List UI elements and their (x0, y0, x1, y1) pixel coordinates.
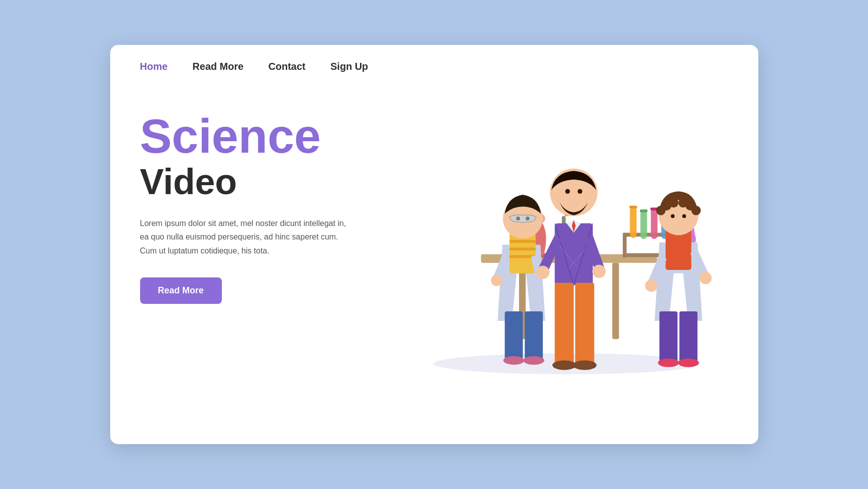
tube-3 (651, 209, 657, 239)
table-leg-right (612, 263, 619, 339)
right-kid-eye-left (671, 214, 675, 218)
teacher-shoe-left (552, 360, 576, 370)
right-kid-pants-right (679, 311, 697, 361)
nav-read-more[interactable]: Read More (192, 61, 243, 72)
right-kid-eye-right (682, 214, 686, 218)
hero-illustration (405, 92, 728, 388)
tube-cap-2 (640, 210, 647, 213)
teacher-eye-right (577, 189, 582, 194)
hero-title-video: Video (140, 162, 405, 202)
left-kid-shirt (509, 233, 535, 273)
tube-2 (640, 211, 647, 239)
teacher-hand-left (536, 265, 549, 279)
right-kid-shoe-left (658, 359, 679, 367)
right-kid-shirt (666, 230, 692, 270)
tube-cap-1 (629, 206, 637, 209)
teacher-eye-left (565, 189, 570, 194)
right-kid-shoe-right (678, 359, 698, 367)
left-kid-goggles (509, 215, 535, 223)
left-kid-hand (491, 275, 502, 286)
hero-left: Science Video Lorem ipsum dolor sit amet… (140, 92, 405, 304)
hero-description: Lorem ipsum dolor sit amet, mel noster d… (140, 217, 349, 257)
rack-side-left (623, 233, 627, 258)
right-kid-hand-left (645, 279, 657, 292)
hero-title-science: Science (140, 112, 405, 160)
main-card: Home Read More Contact Sign Up Science V… (110, 45, 758, 444)
navigation: Home Read More Contact Sign Up (110, 45, 758, 82)
science-illustration-svg (405, 92, 728, 378)
teacher-pants-right (575, 283, 594, 364)
hero-section: Science Video Lorem ipsum dolor sit amet… (110, 82, 758, 444)
shirt-stripe-1 (509, 240, 535, 243)
nav-home[interactable]: Home (140, 61, 168, 72)
left-kid-shoe-left (503, 356, 524, 365)
teacher-shoe-right (572, 360, 596, 370)
hero-read-more-button[interactable]: Read More (140, 277, 222, 304)
teacher-pants-left (554, 283, 573, 364)
right-kid-pants-left (659, 311, 677, 361)
right-kid-hand-right (699, 272, 711, 284)
right-kid-curl-3 (669, 198, 678, 208)
right-kid-curl-6 (691, 206, 700, 215)
tube-1 (630, 207, 636, 238)
left-kid-pants-left (505, 311, 522, 359)
teacher-hand-right (592, 264, 606, 278)
nav-sign-up[interactable]: Sign Up (331, 61, 368, 72)
left-kid-pants-right (524, 311, 542, 359)
shirt-stripe-2 (509, 247, 535, 250)
nav-contact[interactable]: Contact (268, 61, 305, 72)
left-kid-shoe-right (523, 356, 544, 365)
